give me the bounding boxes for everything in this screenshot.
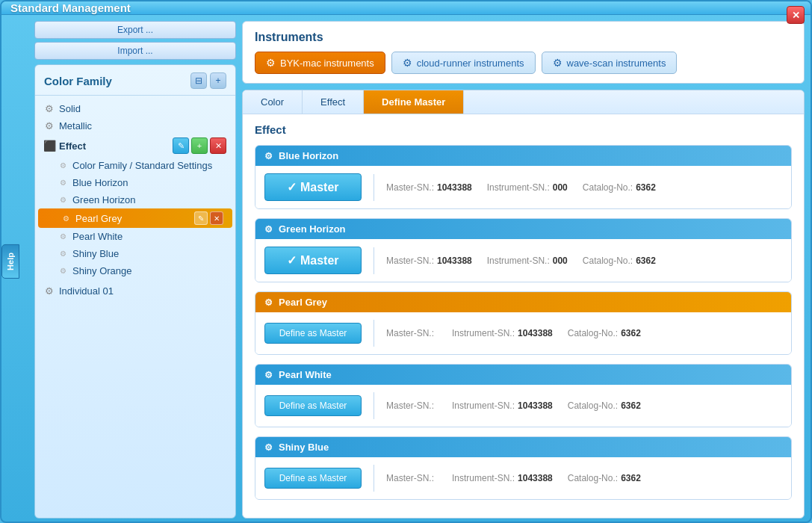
- panel-title: Color Family: [44, 75, 112, 87]
- catalog-value: 6362: [636, 182, 656, 193]
- pearl-grey-master-sn: Master-SN.:: [386, 328, 437, 338]
- green-horizon-card-header: ⚙ Green Horizon: [255, 219, 791, 239]
- color-family-panel: Color Family ⊟ + ⚙ Solid ⚙ Met: [34, 64, 236, 519]
- pearl-white-header-icon: ⚙: [264, 370, 273, 380]
- tree-item-green-horizon[interactable]: ⚙ Green Horizon: [35, 191, 235, 208]
- shiny-orange-icon: ⚙: [58, 266, 68, 276]
- shiny-blue-card-title: Shiny Blue: [279, 442, 329, 453]
- pearl-grey-catalog: Catalog-No.: 6362: [568, 328, 641, 338]
- tree-item-effect-section[interactable]: ⬛ Effect ✎ + ✕: [35, 134, 235, 157]
- instruments-title: Instruments: [255, 31, 792, 44]
- tree-item-solid[interactable]: ⚙ Solid: [35, 100, 235, 117]
- content-tabs: Color Effect Define Master: [243, 90, 804, 114]
- shiny-blue-master-sn: Master-SN.:: [386, 473, 437, 483]
- pearl-grey-del-btn[interactable]: ✕: [210, 211, 223, 225]
- blue-horizon-catalog: Catalog-No.: 6362: [583, 182, 656, 193]
- solid-icon: ⚙: [44, 104, 55, 114]
- tab-effect[interactable]: Effect: [303, 90, 364, 114]
- green-horizon-master-btn[interactable]: ✓ Master: [264, 247, 362, 274]
- effect-add-btn[interactable]: +: [191, 137, 208, 154]
- tree-item-metallic[interactable]: ⚙ Metallic: [35, 117, 235, 134]
- effect-card-blue-horizon: ⚙ Blue Horizon ✓ Master Master-SN.: 1043…: [255, 145, 792, 209]
- green-horizon-catalog: Catalog-No.: 6362: [583, 256, 656, 266]
- collapse-icon[interactable]: ⊟: [190, 72, 207, 89]
- pearl-white-label: Pearl White: [72, 231, 123, 242]
- panel-header-icons: ⊟ +: [190, 72, 226, 89]
- green-horizon-card-title: Green Horizon: [279, 223, 346, 235]
- instrument-tab-cloudrunner[interactable]: ⚙ cloud-runner instruments: [391, 52, 536, 74]
- pearl-grey-header-icon: ⚙: [264, 297, 273, 308]
- pearl-white-define-master-btn[interactable]: Define as Master: [264, 395, 362, 416]
- tree-item-shiny-orange[interactable]: ⚙ Shiny Orange: [35, 262, 235, 279]
- effect-card-pearl-white: ⚙ Pearl White Define as Master Master-SN…: [255, 364, 792, 427]
- sidebar-buttons: Export ... Import ...: [34, 21, 236, 60]
- instrument-sn-label: Instrument-SN.:: [487, 182, 550, 193]
- shiny-blue-catalog: Catalog-No.: 6362: [568, 473, 641, 483]
- blue-horizon-header-icon: ⚙: [264, 151, 273, 161]
- shiny-blue-header-icon: ⚙: [264, 442, 273, 453]
- blue-horizon-card-body: ✓ Master Master-SN.: 1043388 Instrument-…: [255, 166, 791, 208]
- pearl-grey-edit-btn[interactable]: ✎: [194, 211, 208, 225]
- cf-settings-label: Color Family / Standard Settings: [72, 160, 212, 171]
- shiny-blue-define-master-btn[interactable]: Define as Master: [264, 468, 362, 489]
- green-horizon-master-sn: Master-SN.: 1043388: [386, 256, 472, 266]
- pearl-white-card-header: ⚙ Pearl White: [255, 365, 791, 385]
- instrument-tab-wavescan[interactable]: ⚙ wave-scan instruments: [542, 52, 678, 74]
- tree-area: ⚙ Solid ⚙ Metallic ⬛ Effect ✎ +: [35, 96, 235, 518]
- panel-header: Color Family ⊟ +: [35, 65, 235, 96]
- blue-horizon-master-btn[interactable]: ✓ Master: [264, 173, 362, 201]
- effect-section-icon: ⬛: [44, 140, 55, 151]
- effect-card-shiny-blue: ⚙ Shiny Blue Define as Master Master-SN.…: [255, 436, 792, 500]
- shiny-blue-label: Shiny Blue: [72, 248, 119, 259]
- tab-color[interactable]: Color: [243, 90, 303, 114]
- tree-item-individual01[interactable]: ⚙ Individual 01: [35, 282, 235, 300]
- shiny-orange-label: Shiny Orange: [72, 265, 132, 276]
- tree-item-pearl-grey[interactable]: ⚙ Pearl Grey ✎ ✕: [38, 208, 232, 228]
- effect-section-label: Effect: [59, 140, 86, 152]
- instruments-panel: Instruments ⚙ BYK-mac instruments ⚙ clou…: [242, 21, 805, 84]
- solid-label: Solid: [59, 103, 81, 114]
- help-tab[interactable]: Help: [1, 244, 19, 279]
- left-column: Export ... Import ... Color Family ⊟ + ⚙: [34, 21, 236, 519]
- tree-item-cf-settings[interactable]: ⚙ Color Family / Standard Settings: [35, 157, 235, 174]
- pearl-grey-define-master-btn[interactable]: Define as Master: [264, 323, 362, 344]
- add-icon[interactable]: +: [210, 72, 226, 89]
- shiny-blue-card-header: ⚙ Shiny Blue: [255, 437, 791, 457]
- pearl-white-master-sn: Master-SN.:: [386, 400, 437, 411]
- effect-card-green-horizon: ⚙ Green Horizon ✓ Master Master-SN.: 104…: [255, 218, 792, 282]
- cloudrunner-gear-icon: ⚙: [403, 57, 412, 69]
- effect-edit-btn[interactable]: ✎: [173, 137, 189, 154]
- effect-del-btn[interactable]: ✕: [210, 137, 226, 154]
- content-panel: Color Effect Define Master Effect ⚙ Blue…: [242, 90, 805, 519]
- green-horizon-instrument-sn: Instrument-SN.: 000: [487, 256, 568, 266]
- tree-item-shiny-blue[interactable]: ⚙ Shiny Blue: [35, 245, 235, 262]
- pearl-grey-icon: ⚙: [61, 213, 71, 223]
- export-button[interactable]: Export ...: [34, 21, 236, 39]
- tree-item-pearl-white[interactable]: ⚙ Pearl White: [35, 228, 235, 245]
- import-button[interactable]: Import ...: [34, 42, 236, 60]
- green-horizon-label: Green Horizon: [72, 194, 136, 205]
- blue-horizon-icon: ⚙: [58, 178, 68, 188]
- master-sn-label: Master-SN.:: [386, 182, 434, 193]
- divider4: [374, 392, 374, 419]
- effect-area: Effect ⚙ Blue Horizon ✓ Master Master-SN…: [243, 114, 804, 518]
- close-button[interactable]: ✕: [787, 6, 805, 24]
- tree-item-blue-horizon[interactable]: ⚙ Blue Horizon: [35, 174, 235, 191]
- main-panel: Instruments ⚙ BYK-mac instruments ⚙ clou…: [242, 21, 805, 519]
- pearl-white-instrument-sn: Instrument-SN.: 1043388: [452, 400, 553, 411]
- pearl-white-icon: ⚙: [58, 232, 68, 242]
- divider3: [374, 320, 374, 347]
- catalog-label: Catalog-No.:: [583, 182, 633, 193]
- shiny-blue-card-body: Define as Master Master-SN.: Instrument-…: [255, 457, 791, 499]
- tab-define-master[interactable]: Define Master: [364, 90, 464, 114]
- blue-horizon-instrument-sn: Instrument-SN.: 000: [487, 182, 568, 193]
- instrument-tab-bykmac[interactable]: ⚙ BYK-mac instruments: [255, 52, 385, 74]
- green-horizon-icon: ⚙: [58, 195, 68, 205]
- divider5: [374, 465, 374, 492]
- individual01-icon: ⚙: [44, 286, 55, 297]
- pearl-grey-card-body: Define as Master Master-SN.: Instrument-…: [255, 312, 791, 354]
- master-sn-value: 1043388: [437, 182, 472, 193]
- shiny-blue-instrument-sn: Instrument-SN.: 1043388: [452, 473, 553, 483]
- blue-horizon-card-header: ⚙ Blue Horizon: [255, 146, 791, 166]
- shiny-blue-icon: ⚙: [58, 249, 68, 259]
